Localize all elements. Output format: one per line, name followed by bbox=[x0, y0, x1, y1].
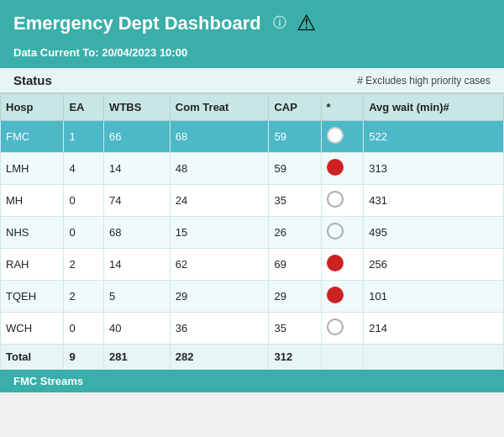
cell-wtbs: 5 bbox=[104, 281, 171, 313]
cell-avg-wait: 214 bbox=[364, 313, 504, 345]
cell-indicator bbox=[321, 217, 364, 249]
cell-wtbs: 40 bbox=[104, 313, 171, 345]
status-label: Status bbox=[13, 73, 52, 87]
cell-ea: 2 bbox=[64, 281, 104, 313]
table-header-row: Hosp EA WTBS Com Treat CAP * Avg wait (m… bbox=[1, 94, 504, 121]
cell-avg-wait: 522 bbox=[364, 121, 504, 153]
table-row[interactable]: NHS 0 68 15 26 495 bbox=[1, 217, 504, 249]
cell-indicator bbox=[321, 153, 364, 185]
total-indicator bbox=[321, 345, 364, 370]
cell-hosp: WCH bbox=[1, 313, 64, 345]
cell-wtbs: 68 bbox=[104, 217, 171, 249]
cell-cap: 69 bbox=[269, 249, 321, 281]
col-avg-wait: Avg wait (min)# bbox=[364, 94, 504, 121]
total-com-treat: 282 bbox=[170, 345, 269, 370]
help-icon[interactable]: ⓘ bbox=[273, 14, 286, 32]
cell-cap: 35 bbox=[269, 185, 321, 217]
cell-cap: 29 bbox=[269, 281, 321, 313]
table-row[interactable]: FMC 1 66 68 59 522 bbox=[1, 121, 504, 153]
cell-com-treat: 48 bbox=[170, 153, 269, 185]
cell-indicator bbox=[321, 121, 364, 153]
cell-ea: 1 bbox=[64, 121, 104, 153]
data-table: Hosp EA WTBS Com Treat CAP * Avg wait (m… bbox=[0, 93, 504, 370]
cell-wtbs: 74 bbox=[104, 185, 171, 217]
table-row[interactable]: RAH 2 14 62 69 256 bbox=[1, 249, 504, 281]
cell-wtbs: 14 bbox=[104, 153, 171, 185]
total-wtbs: 281 bbox=[104, 345, 171, 370]
indicator-circle bbox=[327, 127, 344, 144]
cell-indicator bbox=[321, 185, 364, 217]
header: Emergency Dept Dashboard ⓘ ⚠ bbox=[0, 0, 504, 45]
total-label: Total bbox=[1, 345, 64, 370]
cell-wtbs: 14 bbox=[104, 249, 171, 281]
status-row: Status # Excludes high priority cases bbox=[0, 68, 504, 93]
cell-wtbs: 66 bbox=[104, 121, 171, 153]
table-row[interactable]: TQEH 2 5 29 29 101 bbox=[1, 281, 504, 313]
subheader: Data Current To: 20/04/2023 10:00 bbox=[0, 45, 504, 68]
col-ea: EA bbox=[64, 94, 104, 121]
cell-avg-wait: 313 bbox=[364, 153, 504, 185]
cell-ea: 0 bbox=[64, 217, 104, 249]
cell-avg-wait: 101 bbox=[364, 281, 504, 313]
cell-cap: 35 bbox=[269, 313, 321, 345]
total-cap: 312 bbox=[269, 345, 321, 370]
cell-com-treat: 24 bbox=[170, 185, 269, 217]
cell-ea: 4 bbox=[64, 153, 104, 185]
cell-hosp: FMC bbox=[1, 121, 64, 153]
indicator-circle bbox=[327, 191, 344, 208]
cell-indicator bbox=[321, 249, 364, 281]
col-com-treat: Com Treat bbox=[170, 94, 269, 121]
cell-hosp: LMH bbox=[1, 153, 64, 185]
cell-indicator bbox=[321, 281, 364, 313]
total-row: Total 9 281 282 312 bbox=[1, 345, 504, 370]
col-cap: CAP bbox=[269, 94, 321, 121]
table-row[interactable]: MH 0 74 24 35 431 bbox=[1, 185, 504, 217]
cell-avg-wait: 431 bbox=[364, 185, 504, 217]
dashboard: Emergency Dept Dashboard ⓘ ⚠ Data Curren… bbox=[0, 0, 504, 392]
total-avg-wait bbox=[364, 345, 504, 370]
cell-avg-wait: 256 bbox=[364, 249, 504, 281]
col-indicator: * bbox=[321, 94, 364, 121]
cell-com-treat: 68 bbox=[170, 121, 269, 153]
table-row[interactable]: WCH 0 40 36 35 214 bbox=[1, 313, 504, 345]
cell-cap: 26 bbox=[269, 217, 321, 249]
indicator-circle bbox=[327, 287, 344, 303]
cell-cap: 59 bbox=[269, 153, 321, 185]
cell-hosp: NHS bbox=[1, 217, 64, 249]
warning-icon: ⚠ bbox=[297, 10, 316, 36]
total-ea: 9 bbox=[64, 345, 104, 370]
col-hosp: Hosp bbox=[1, 94, 64, 121]
cell-com-treat: 15 bbox=[170, 217, 269, 249]
footer: FMC Streams bbox=[0, 370, 504, 392]
dashboard-title: Emergency Dept Dashboard bbox=[13, 13, 261, 34]
status-note: # Excludes high priority cases bbox=[357, 75, 491, 87]
cell-com-treat: 29 bbox=[170, 281, 269, 313]
indicator-circle bbox=[327, 255, 344, 271]
indicator-circle bbox=[327, 319, 344, 335]
cell-ea: 2 bbox=[64, 249, 104, 281]
cell-hosp: TQEH bbox=[1, 281, 64, 313]
cell-com-treat: 62 bbox=[170, 249, 269, 281]
cell-avg-wait: 495 bbox=[364, 217, 504, 249]
indicator-circle bbox=[327, 223, 344, 240]
cell-com-treat: 36 bbox=[170, 313, 269, 345]
table-container: Hosp EA WTBS Com Treat CAP * Avg wait (m… bbox=[0, 93, 504, 370]
cell-hosp: MH bbox=[1, 185, 64, 217]
cell-ea: 0 bbox=[64, 313, 104, 345]
table-row[interactable]: LMH 4 14 48 59 313 bbox=[1, 153, 504, 185]
cell-ea: 0 bbox=[64, 185, 104, 217]
indicator-circle bbox=[327, 159, 344, 176]
cell-cap: 59 bbox=[269, 121, 321, 153]
cell-hosp: RAH bbox=[1, 249, 64, 281]
cell-indicator bbox=[321, 313, 364, 345]
col-wtbs: WTBS bbox=[104, 94, 171, 121]
data-current-label: Data Current To: 20/04/2023 10:00 bbox=[13, 46, 187, 59]
footer-label: FMC Streams bbox=[13, 375, 83, 387]
